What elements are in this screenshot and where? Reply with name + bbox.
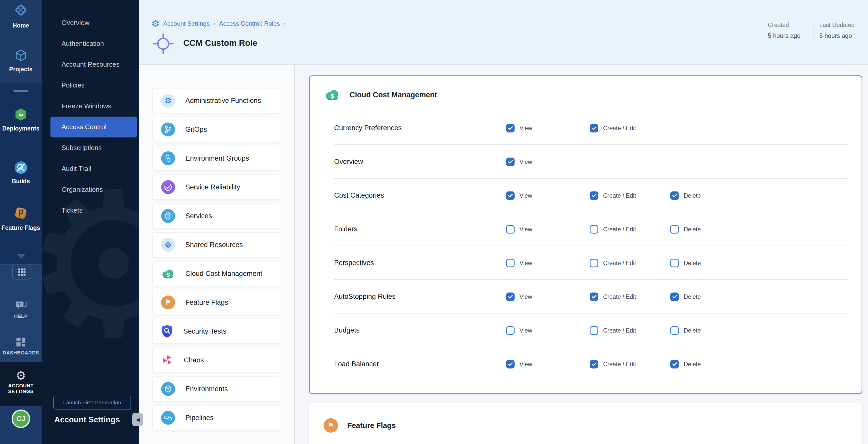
module-label: Shared Resources <box>185 241 243 249</box>
sidebar-item-home[interactable]: Home <box>0 3 42 29</box>
gitops-icon <box>161 123 175 136</box>
sidebar-item-dashboards[interactable]: DASHBOARDS <box>0 336 42 356</box>
breadcrumb-account-settings[interactable]: Account Settings <box>163 20 210 27</box>
sidebar-item-help[interactable]: ? HELP <box>0 299 42 319</box>
panel-collapse-button[interactable]: ◀ <box>132 413 143 426</box>
checkbox-label: Create / Edit <box>603 327 636 334</box>
checkbox-box[interactable] <box>590 326 598 335</box>
create-checkbox[interactable]: Create / Edit <box>590 191 636 200</box>
checkbox-box[interactable] <box>590 292 598 301</box>
checkbox-box[interactable] <box>506 292 515 301</box>
checkbox-box[interactable] <box>506 124 515 132</box>
settings-nav-item-policies[interactable]: Policies <box>42 75 139 96</box>
settings-nav-item-freeze-windows[interactable]: Freeze Windows <box>42 96 139 117</box>
create-checkbox[interactable]: Create / Edit <box>590 292 636 301</box>
create-checkbox[interactable]: Create / Edit <box>590 259 636 267</box>
checkbox-box[interactable] <box>590 259 598 267</box>
delete-checkbox[interactable]: Delete <box>670 326 701 335</box>
checkbox-box[interactable] <box>670 225 679 233</box>
view-checkbox[interactable]: View <box>506 124 532 132</box>
module-card-pipelines[interactable]: Pipelines <box>152 405 281 430</box>
checkbox-box[interactable] <box>506 191 515 200</box>
settings-nav-item-access-control[interactable]: Access Control <box>51 117 137 137</box>
modules-expand-icon[interactable] <box>17 254 25 259</box>
view-checkbox[interactable]: View <box>506 292 532 301</box>
view-checkbox[interactable]: View <box>506 326 532 335</box>
module-picker-button[interactable] <box>12 264 31 280</box>
settings-nav-item-subscriptions[interactable]: Subscriptions <box>42 137 139 158</box>
settings-nav-item-tickets[interactable]: Tickets <box>42 200 139 221</box>
checkbox-box[interactable] <box>590 360 598 368</box>
create-checkbox[interactable]: Create / Edit <box>590 360 636 368</box>
permission-row-overview: OverviewView <box>310 145 862 179</box>
settings-nav-item-authentication[interactable]: Authentication <box>42 33 139 54</box>
svg-text:?: ? <box>18 302 21 307</box>
view-checkbox[interactable]: View <box>506 191 532 200</box>
checkbox-box[interactable] <box>590 191 598 200</box>
checkbox-box[interactable] <box>670 360 679 368</box>
shared-resources-icon <box>161 238 175 252</box>
view-checkbox[interactable]: View <box>506 360 532 368</box>
module-card-admin-functions[interactable]: ⚙ Administrative Functions <box>152 88 281 113</box>
cloud-cost-icon: $ <box>161 268 175 279</box>
delete-checkbox[interactable]: Delete <box>670 191 701 200</box>
settings-nav-item-account-resources[interactable]: Account Resources <box>42 54 139 75</box>
delete-checkbox[interactable]: Delete <box>670 360 701 368</box>
delete-checkbox[interactable]: Delete <box>670 225 701 233</box>
module-card-chaos[interactable]: Chaos <box>152 348 281 373</box>
checkbox-box[interactable] <box>670 259 679 267</box>
delete-checkbox[interactable]: Delete <box>670 259 701 267</box>
checkbox-box[interactable] <box>506 225 515 233</box>
create-checkbox[interactable]: Create / Edit <box>590 124 636 132</box>
help-chat-icon: ? <box>0 299 42 312</box>
module-card-environment-groups[interactable]: Environment Groups <box>152 146 281 171</box>
settings-nav-item-overview[interactable]: Overview <box>42 12 139 33</box>
checkbox-box[interactable] <box>590 225 598 233</box>
breadcrumb-access-control-roles[interactable]: Access Control: Roles <box>219 20 280 27</box>
settings-nav-item-label: Overview <box>62 19 89 27</box>
view-checkbox[interactable]: View <box>506 225 532 233</box>
create-checkbox[interactable]: Create / Edit <box>590 225 636 233</box>
module-card-feature-flags[interactable]: ⚑ Feature Flags <box>152 290 281 315</box>
section-title: Feature Flags <box>347 421 396 430</box>
last-updated-label: Last Updated <box>819 22 855 29</box>
permission-name: Folders <box>334 212 357 246</box>
settings-nav-item-label: Account Resources <box>62 61 119 68</box>
sidebar-item-deployments[interactable]: ∞ Deployments <box>0 107 42 132</box>
module-card-security-tests[interactable]: Security Tests <box>152 319 281 344</box>
module-card-environments[interactable]: Environments <box>152 377 281 401</box>
checkbox-box[interactable] <box>590 124 598 132</box>
checkbox-box[interactable] <box>506 326 515 335</box>
checkbox-label: View <box>520 158 532 165</box>
checkbox-box[interactable] <box>506 259 515 267</box>
rail-drag-handle[interactable] <box>13 90 28 92</box>
checkbox-box[interactable] <box>670 292 679 301</box>
flag-tile-icon <box>0 206 42 220</box>
module-card-shared-resources[interactable]: Shared Resources <box>152 232 281 257</box>
module-card-cloud-cost[interactable]: $ Cloud Cost Management <box>152 261 281 286</box>
checkbox-label: View <box>520 226 532 233</box>
sidebar-item-deployments-label: Deployments <box>0 125 42 132</box>
view-checkbox[interactable]: View <box>506 158 532 166</box>
checkbox-box[interactable] <box>506 360 515 368</box>
avatar[interactable]: CJ <box>11 410 30 428</box>
delete-checkbox[interactable]: Delete <box>670 292 701 301</box>
module-label: Environments <box>185 385 228 393</box>
module-card-services[interactable]: Services <box>152 203 281 228</box>
settings-nav-item-audit-trail[interactable]: Audit Trail <box>42 158 139 179</box>
create-checkbox[interactable]: Create / Edit <box>590 326 636 335</box>
view-checkbox[interactable]: View <box>506 259 532 267</box>
sidebar-item-builds[interactable]: Builds <box>0 161 42 185</box>
sidebar-item-account-settings[interactable]: ⚙ ACCOUNT SETTINGS <box>0 370 42 394</box>
module-card-service-reliability[interactable]: Service Reliability <box>152 175 281 199</box>
checkbox-box[interactable] <box>506 158 515 166</box>
checkbox-label: Create / Edit <box>603 259 636 266</box>
role-crosshair-icon <box>152 32 175 55</box>
sidebar-item-feature-flags[interactable]: Feature Flags <box>0 206 42 231</box>
checkbox-box[interactable] <box>670 326 679 335</box>
module-card-gitops[interactable]: GitOps <box>152 117 281 142</box>
launch-first-generation-button[interactable]: Launch First Generation <box>53 395 131 410</box>
settings-nav-item-organizations[interactable]: Organizations <box>42 179 139 200</box>
sidebar-item-projects[interactable]: Projects <box>0 49 42 73</box>
checkbox-box[interactable] <box>670 191 679 200</box>
